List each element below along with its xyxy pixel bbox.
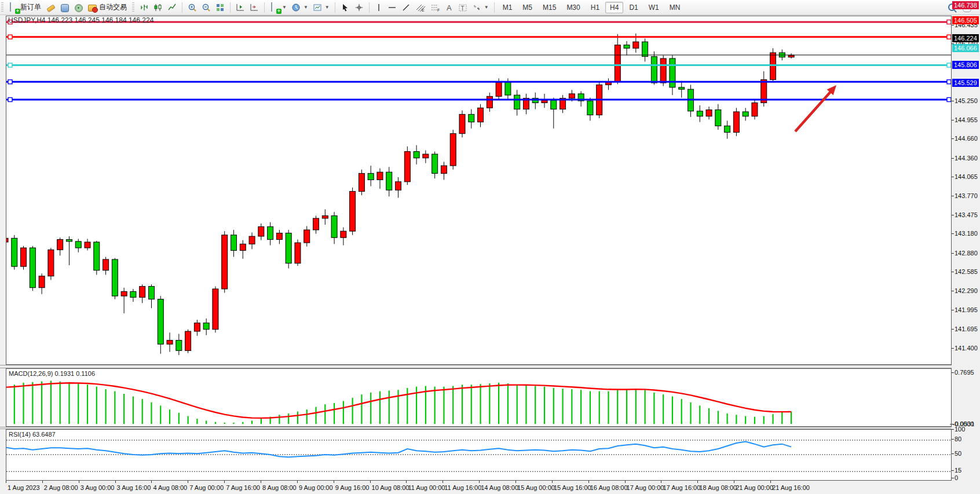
candle xyxy=(121,288,127,313)
channel-icon: E xyxy=(415,3,426,12)
timeframe-m5[interactable]: M5 xyxy=(518,2,537,13)
timeframe-m15[interactable]: M15 xyxy=(538,2,561,13)
candle xyxy=(30,246,35,291)
autotrading-label: 自动交易 xyxy=(99,2,127,12)
timeframe-m30[interactable]: M30 xyxy=(562,2,584,13)
timeframe-m1[interactable]: M1 xyxy=(498,2,517,13)
channel-button[interactable]: E xyxy=(413,2,428,13)
horizontal-line-button[interactable] xyxy=(385,2,399,13)
timeframe-w1[interactable]: W1 xyxy=(644,2,664,13)
candle-body xyxy=(167,341,173,345)
indicators-icon: + xyxy=(270,3,279,12)
crosshair-button[interactable] xyxy=(352,2,366,13)
templates-button[interactable]: ▼ xyxy=(310,2,332,13)
rsi-pane[interactable]: RSI(14) 63.6487 xyxy=(6,429,952,481)
candle-body xyxy=(341,231,346,237)
candle-body xyxy=(66,240,72,241)
candle-body xyxy=(633,42,639,48)
vertical-line-button[interactable] xyxy=(372,2,385,13)
hline-handle[interactable] xyxy=(8,80,12,84)
candle xyxy=(368,166,374,186)
hline-handle[interactable] xyxy=(8,98,12,102)
hline-handle[interactable] xyxy=(947,80,951,84)
candle-body xyxy=(587,101,593,115)
candle xyxy=(386,167,392,196)
bar-chart-button[interactable] xyxy=(137,2,151,13)
signals-button[interactable] xyxy=(71,2,85,13)
time-tick xyxy=(334,481,334,483)
candle-body xyxy=(743,112,748,116)
hline-handle[interactable] xyxy=(947,20,951,24)
price-line-label-145.529: 145.529 xyxy=(952,79,979,87)
text-button[interactable]: A xyxy=(443,2,456,13)
hline-handle[interactable] xyxy=(8,63,12,67)
time-label: 15 Aug 16:00 xyxy=(554,484,591,491)
label-button[interactable]: T xyxy=(456,2,470,13)
timeframe-mn[interactable]: MN xyxy=(665,2,685,13)
price-line-label-146.738: 146.738 xyxy=(952,1,979,9)
time-axis[interactable]: 1 Aug 20232 Aug 08:003 Aug 00:003 Aug 16… xyxy=(6,481,980,494)
macd-pane[interactable]: MACD(12,26,9) 0.1931 0.1106 xyxy=(6,368,952,427)
candle xyxy=(268,222,273,246)
toolbar-grip[interactable] xyxy=(132,2,134,13)
time-tick xyxy=(79,481,79,483)
candle xyxy=(21,246,27,270)
arrows-button[interactable]: ▼ xyxy=(470,2,491,13)
toolbar-grip[interactable] xyxy=(1,2,3,13)
horizontal-line-icon xyxy=(387,3,397,12)
candle xyxy=(761,71,767,107)
zoom-in-button[interactable] xyxy=(185,2,199,13)
trend-arrow[interactable] xyxy=(795,85,836,131)
hline-handle[interactable] xyxy=(8,35,12,39)
indicators-button[interactable]: +▼ xyxy=(268,2,289,13)
candle xyxy=(75,239,81,252)
main-chart-svg[interactable] xyxy=(6,16,951,364)
timeframe-group: M1M5M15M30H1H4D1W1MN xyxy=(496,1,688,14)
candle-body xyxy=(752,103,758,116)
fibonacci-button[interactable]: F xyxy=(428,2,443,13)
styler-icon xyxy=(46,3,55,12)
line-chart-button[interactable] xyxy=(165,2,179,13)
candle xyxy=(752,100,758,119)
hline-handle[interactable] xyxy=(947,63,951,67)
auto-scroll-button[interactable] xyxy=(233,2,247,13)
hline-handle[interactable] xyxy=(947,98,951,102)
timeframe-h4[interactable]: H4 xyxy=(605,2,623,13)
candle-body xyxy=(569,94,575,98)
timeframe-h1[interactable]: H1 xyxy=(586,2,604,13)
candle-body xyxy=(85,242,90,248)
price-axis[interactable]: 146.435146.140145.250144.955144.660144.3… xyxy=(952,16,980,481)
trendline-button[interactable] xyxy=(399,2,413,13)
candle-body xyxy=(615,45,620,82)
zoom-out-button[interactable] xyxy=(199,2,213,13)
tile-windows-button[interactable] xyxy=(213,2,227,13)
price-line-label-146.224: 146.224 xyxy=(952,34,979,42)
candle-body xyxy=(140,286,145,297)
cursor-button[interactable] xyxy=(338,2,352,13)
candlestick-button[interactable] xyxy=(151,2,165,13)
rsi-scale-label: 50 xyxy=(955,450,961,457)
candle-body xyxy=(469,114,474,122)
time-label: 11 Aug 16:00 xyxy=(444,484,481,491)
candle xyxy=(377,169,383,189)
chart-shift-button[interactable] xyxy=(247,2,261,13)
trend-arrow-line xyxy=(795,89,833,131)
autotrading-button[interactable]: 自动交易 xyxy=(85,1,129,13)
new-order-button[interactable]: + 新订单 xyxy=(6,1,43,13)
candle-body xyxy=(697,111,703,116)
svg-text:F: F xyxy=(437,8,440,12)
main-chart-pane[interactable] xyxy=(6,16,952,365)
new-order-icon: + xyxy=(9,3,18,12)
hline-handle[interactable] xyxy=(947,35,951,39)
styler-button[interactable] xyxy=(43,2,57,13)
candle xyxy=(414,145,419,164)
price-tick-label: 144.065 xyxy=(955,173,978,180)
candle-body xyxy=(414,152,419,158)
zoom-out-icon xyxy=(202,3,211,12)
periods-button[interactable]: ▼ xyxy=(289,2,310,13)
hline-handle[interactable] xyxy=(8,20,12,24)
market-button[interactable] xyxy=(57,2,71,13)
price-tick-label: 142.880 xyxy=(955,250,978,257)
timeframe-d1[interactable]: D1 xyxy=(624,2,642,13)
time-tick xyxy=(443,481,443,483)
